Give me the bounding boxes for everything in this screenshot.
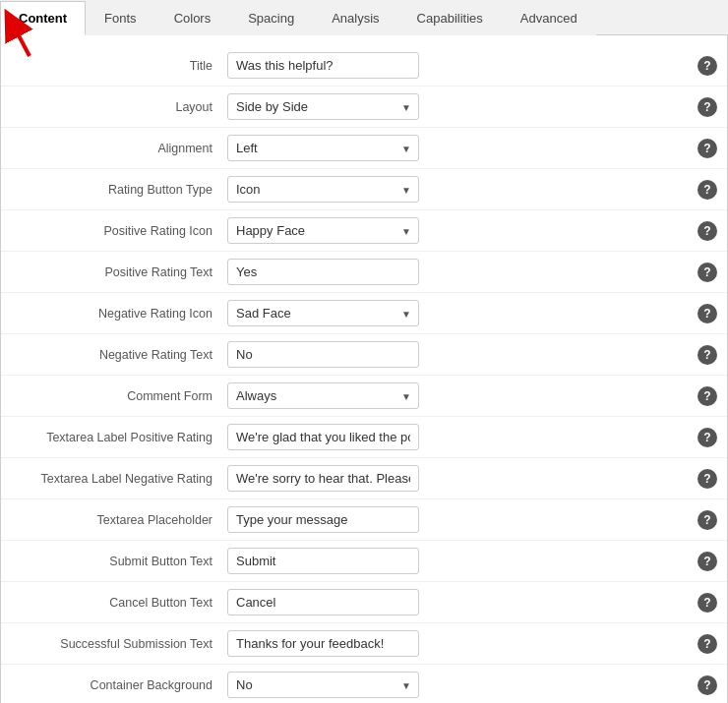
field-row-submit-button-text: Submit Button Text ?	[1, 541, 727, 582]
tab-spacing[interactable]: Spacing	[229, 1, 313, 35]
help-icon-successful-submission-text[interactable]: ?	[698, 634, 717, 654]
label-negative-rating-icon: Negative Rating Icon	[11, 307, 227, 321]
label-alignment: Alignment	[11, 142, 227, 155]
control-container-background: No Yes ▼	[227, 672, 698, 698]
select-comment-form[interactable]: Always Never On Negative	[227, 382, 419, 409]
field-row-container-background: Container Background No Yes ▼ ?	[1, 665, 727, 703]
select-wrapper-container-background: No Yes ▼	[227, 672, 419, 698]
field-row-textarea-label-negative: Textarea Label Negative Rating ?	[1, 458, 727, 499]
select-negative-rating-icon[interactable]: Sad Face Thumbs Down	[227, 300, 419, 326]
field-row-successful-submission-text: Successful Submission Text ?	[1, 623, 727, 665]
field-row-positive-rating-text: Positive Rating Text ?	[1, 252, 727, 293]
help-icon-alignment[interactable]: ?	[698, 139, 717, 158]
label-textarea-label-negative: Textarea Label Negative Rating	[11, 472, 227, 486]
label-positive-rating-icon: Positive Rating Icon	[11, 224, 227, 238]
control-alignment: Left Center Right ▼	[227, 135, 698, 161]
control-title	[227, 52, 698, 79]
tab-bar: Content Fonts Colors Spacing Analysis Ca…	[0, 0, 728, 35]
select-alignment[interactable]: Left Center Right	[227, 135, 419, 161]
label-successful-submission-text: Successful Submission Text	[11, 637, 227, 651]
app-container: Content Fonts Colors Spacing Analysis Ca…	[0, 0, 728, 703]
control-textarea-label-negative	[227, 465, 698, 492]
tab-colors[interactable]: Colors	[155, 1, 230, 35]
control-cancel-button-text	[227, 589, 698, 615]
label-submit-button-text: Submit Button Text	[11, 555, 227, 568]
control-successful-submission-text	[227, 630, 698, 657]
help-icon-title[interactable]: ?	[698, 56, 717, 76]
label-comment-form: Comment Form	[11, 389, 227, 403]
tab-advanced[interactable]: Advanced	[502, 1, 596, 35]
help-icon-container-background[interactable]: ?	[698, 675, 717, 695]
content-panel: Title ? Layout Side by Side Stacked ▼ ?	[0, 35, 728, 703]
input-textarea-label-positive[interactable]	[227, 424, 419, 450]
input-submit-button-text[interactable]	[227, 548, 419, 574]
control-negative-rating-text	[227, 341, 698, 368]
tab-fonts[interactable]: Fonts	[86, 1, 155, 35]
label-positive-rating-text: Positive Rating Text	[11, 265, 227, 279]
select-wrapper-negative-rating-icon: Sad Face Thumbs Down ▼	[227, 300, 419, 326]
label-cancel-button-text: Cancel Button Text	[11, 596, 227, 610]
tab-analysis[interactable]: Analysis	[313, 1, 397, 35]
help-icon-submit-button-text[interactable]: ?	[698, 552, 717, 571]
help-icon-negative-rating-icon[interactable]: ?	[698, 304, 717, 323]
input-cancel-button-text[interactable]	[227, 589, 419, 615]
field-row-positive-rating-icon: Positive Rating Icon Happy Face Thumbs U…	[1, 210, 727, 252]
input-title[interactable]	[227, 52, 419, 79]
select-rating-button-type[interactable]: Icon Button	[227, 176, 419, 203]
field-row-layout: Layout Side by Side Stacked ▼ ?	[1, 87, 727, 128]
label-title: Title	[11, 59, 227, 73]
control-textarea-label-positive	[227, 424, 698, 450]
select-wrapper-comment-form: Always Never On Negative ▼	[227, 382, 419, 409]
help-icon-rating-button-type[interactable]: ?	[698, 180, 717, 200]
tab-capabilities[interactable]: Capabilities	[398, 1, 502, 35]
field-row-textarea-label-positive: Textarea Label Positive Rating ?	[1, 417, 727, 458]
label-textarea-label-positive: Textarea Label Positive Rating	[11, 431, 227, 444]
input-textarea-placeholder[interactable]	[227, 506, 419, 533]
select-wrapper-alignment: Left Center Right ▼	[227, 135, 419, 161]
field-row-title: Title ?	[1, 45, 727, 87]
input-successful-submission-text[interactable]	[227, 630, 419, 657]
control-textarea-placeholder	[227, 506, 698, 533]
field-row-negative-rating-text: Negative Rating Text ?	[1, 334, 727, 376]
help-icon-cancel-button-text[interactable]: ?	[698, 593, 717, 613]
label-container-background: Container Background	[11, 678, 227, 692]
help-icon-comment-form[interactable]: ?	[698, 386, 717, 406]
help-icon-textarea-label-negative[interactable]: ?	[698, 469, 717, 489]
help-icon-textarea-label-positive[interactable]: ?	[698, 428, 717, 447]
control-rating-button-type: Icon Button ▼	[227, 176, 698, 203]
help-icon-textarea-placeholder[interactable]: ?	[698, 510, 717, 530]
field-row-negative-rating-icon: Negative Rating Icon Sad Face Thumbs Dow…	[1, 293, 727, 334]
input-negative-rating-text[interactable]	[227, 341, 419, 368]
field-row-alignment: Alignment Left Center Right ▼ ?	[1, 128, 727, 169]
select-layout[interactable]: Side by Side Stacked	[227, 93, 419, 120]
help-icon-negative-rating-text[interactable]: ?	[698, 345, 717, 365]
control-positive-rating-text	[227, 259, 698, 285]
control-submit-button-text	[227, 548, 698, 574]
label-negative-rating-text: Negative Rating Text	[11, 348, 227, 362]
field-row-textarea-placeholder: Textarea Placeholder ?	[1, 499, 727, 541]
select-wrapper-layout: Side by Side Stacked ▼	[227, 93, 419, 120]
field-row-cancel-button-text: Cancel Button Text ?	[1, 582, 727, 623]
tab-content[interactable]: Content	[0, 1, 86, 35]
help-icon-positive-rating-text[interactable]: ?	[698, 263, 717, 282]
help-icon-positive-rating-icon[interactable]: ?	[698, 221, 717, 241]
help-icon-layout[interactable]: ?	[698, 97, 717, 117]
label-rating-button-type: Rating Button Type	[11, 183, 227, 197]
input-textarea-label-negative[interactable]	[227, 465, 419, 492]
control-comment-form: Always Never On Negative ▼	[227, 382, 698, 409]
field-row-comment-form: Comment Form Always Never On Negative ▼ …	[1, 376, 727, 417]
select-positive-rating-icon[interactable]: Happy Face Thumbs Up Star	[227, 217, 419, 244]
select-wrapper-positive-rating-icon: Happy Face Thumbs Up Star ▼	[227, 217, 419, 244]
field-row-rating-button-type: Rating Button Type Icon Button ▼ ?	[1, 169, 727, 210]
control-positive-rating-icon: Happy Face Thumbs Up Star ▼	[227, 217, 698, 244]
select-container-background[interactable]: No Yes	[227, 672, 419, 698]
control-negative-rating-icon: Sad Face Thumbs Down ▼	[227, 300, 698, 326]
select-wrapper-rating-button-type: Icon Button ▼	[227, 176, 419, 203]
label-textarea-placeholder: Textarea Placeholder	[11, 513, 227, 527]
control-layout: Side by Side Stacked ▼	[227, 93, 698, 120]
input-positive-rating-text[interactable]	[227, 259, 419, 285]
label-layout: Layout	[11, 100, 227, 114]
